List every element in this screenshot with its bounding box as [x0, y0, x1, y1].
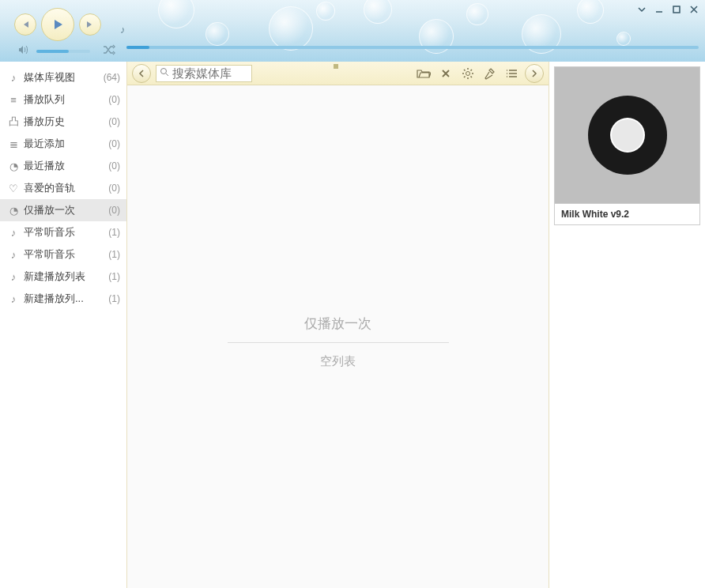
sidebar-item-count: (0) — [108, 205, 120, 216]
svg-point-1 — [161, 69, 167, 74]
search-icon — [156, 67, 172, 79]
back-button[interactable] — [132, 64, 151, 83]
volume-slider[interactable] — [36, 50, 90, 53]
list-icon — [506, 68, 518, 79]
divider — [228, 342, 449, 343]
search-box[interactable] — [156, 65, 252, 82]
sidebar-item-label: 仅播放一次 — [24, 203, 108, 217]
clear-button[interactable] — [436, 64, 455, 83]
dropdown-icon[interactable] — [637, 5, 647, 17]
sidebar-item-play-once[interactable]: ◔ 仅播放一次 (0) — [0, 199, 126, 221]
content-title: 仅播放一次 — [304, 315, 371, 333]
sidebar-item-count: (1) — [108, 249, 120, 260]
sidebar-item-label: 媒体库视图 — [24, 70, 104, 85]
volume-icon[interactable] — [17, 44, 28, 58]
sidebar-item-count: (0) — [108, 183, 120, 194]
library-icon: ♪ — [6, 72, 21, 84]
sidebar-item-count: (1) — [108, 271, 120, 282]
main-layout: ♪ 媒体库视图 (64) ≡ 播放队列 (0) 凸 播放历史 (0) ≣ 最近添… — [0, 62, 705, 588]
right-panel: Milk White v9.2 — [549, 62, 705, 588]
sidebar-item-label: 平常听音乐 — [24, 225, 108, 239]
heart-icon: ♡ — [6, 183, 21, 194]
sidebar-item-recent-add[interactable]: ≣ 最近添加 (0) — [0, 133, 126, 155]
play-button[interactable] — [41, 8, 74, 41]
player-header: ♪ — [0, 0, 705, 62]
sidebar-item-label: 平常听音乐 — [24, 247, 108, 262]
open-folder-button[interactable] — [414, 64, 433, 83]
sidebar-item-label: 最近播放 — [24, 159, 108, 173]
album-art — [555, 67, 699, 203]
folder-open-icon — [417, 68, 431, 79]
album-label: Milk White v9.2 — [555, 203, 699, 224]
next-button[interactable] — [79, 13, 101, 36]
sidebar-item-count: (1) — [108, 227, 120, 238]
arrow-left-icon — [137, 69, 146, 78]
recent-add-icon: ≣ — [6, 138, 21, 150]
close-icon — [440, 68, 451, 79]
sidebar-item-count: (0) — [108, 138, 120, 149]
sidebar-item-queue[interactable]: ≡ 播放队列 (0) — [0, 89, 126, 111]
maximize-button[interactable] — [672, 5, 681, 17]
queue-icon: ≡ — [6, 94, 21, 106]
svg-point-2 — [466, 71, 470, 75]
hammer-icon — [484, 67, 496, 80]
playlist-icon: ♪ — [6, 293, 21, 305]
forward-button[interactable] — [525, 64, 544, 83]
sidebar-item-label: 播放历史 — [24, 115, 108, 129]
gear-icon — [462, 67, 474, 80]
music-note-icon: ♪ — [120, 24, 126, 36]
progress-slider[interactable] — [126, 46, 699, 49]
sidebar-item-label: 新建播放列... — [24, 292, 108, 306]
settings-button[interactable] — [458, 64, 477, 83]
tools-button[interactable] — [481, 64, 500, 83]
search-input[interactable] — [172, 66, 251, 81]
svg-point-5 — [612, 119, 643, 151]
skip-back-icon — [21, 20, 30, 29]
content-body: 仅播放一次 空列表 — [127, 85, 549, 588]
minimize-button[interactable] — [654, 5, 664, 17]
sidebar-item-label: 播放队列 — [24, 92, 108, 107]
svg-rect-0 — [673, 6, 680, 13]
volume-controls — [17, 44, 115, 58]
sidebar-item-playlist[interactable]: ♪ 新建播放列... (1) — [0, 288, 126, 310]
list-button[interactable] — [503, 64, 522, 83]
sidebar-item-playlist[interactable]: ♪ 平常听音乐 (1) — [0, 221, 126, 243]
sidebar-item-count: (64) — [104, 72, 120, 83]
drag-handle-icon — [334, 64, 338, 69]
sidebar-item-playlist[interactable]: ♪ 平常听音乐 (1) — [0, 243, 126, 266]
sidebar-item-library[interactable]: ♪ 媒体库视图 (64) — [0, 66, 126, 89]
sidebar-item-history[interactable]: 凸 播放历史 (0) — [0, 111, 126, 133]
sidebar-item-recent-play[interactable]: ◔ 最近播放 (0) — [0, 155, 126, 177]
sidebar-item-label: 最近添加 — [24, 137, 108, 151]
disc-icon — [580, 88, 675, 183]
close-button[interactable] — [689, 5, 699, 17]
center-pane: 仅播放一次 空列表 — [126, 62, 549, 588]
sidebar-item-count: (1) — [108, 293, 120, 304]
history-icon: 凸 — [6, 115, 21, 129]
playlist-icon: ♪ — [6, 271, 21, 283]
album-box: Milk White v9.2 — [554, 66, 700, 225]
recent-play-icon: ◔ — [6, 160, 21, 172]
skip-forward-icon — [85, 20, 95, 29]
content-toolbar — [127, 62, 549, 85]
sidebar-item-count: (0) — [108, 94, 120, 105]
sidebar-item-count: (0) — [108, 116, 120, 127]
sidebar-item-label: 喜爱的音轨 — [24, 181, 108, 195]
playlist-icon: ♪ — [6, 249, 21, 261]
play-once-icon: ◔ — [6, 205, 21, 217]
empty-message: 空列表 — [320, 354, 356, 369]
arrow-right-icon — [530, 69, 539, 78]
shuffle-button[interactable] — [103, 44, 115, 58]
sidebar-item-label: 新建播放列表 — [24, 270, 108, 284]
playlist-icon: ♪ — [6, 227, 21, 239]
sidebar-item-playlist[interactable]: ♪ 新建播放列表 (1) — [0, 266, 126, 288]
play-icon — [51, 17, 65, 32]
player-controls — [14, 8, 101, 41]
sidebar: ♪ 媒体库视图 (64) ≡ 播放队列 (0) 凸 播放历史 (0) ≣ 最近添… — [0, 62, 126, 588]
prev-button[interactable] — [14, 13, 36, 36]
sidebar-item-favorite[interactable]: ♡ 喜爱的音轨 (0) — [0, 177, 126, 199]
sidebar-item-count: (0) — [108, 160, 120, 172]
window-controls — [637, 5, 699, 17]
